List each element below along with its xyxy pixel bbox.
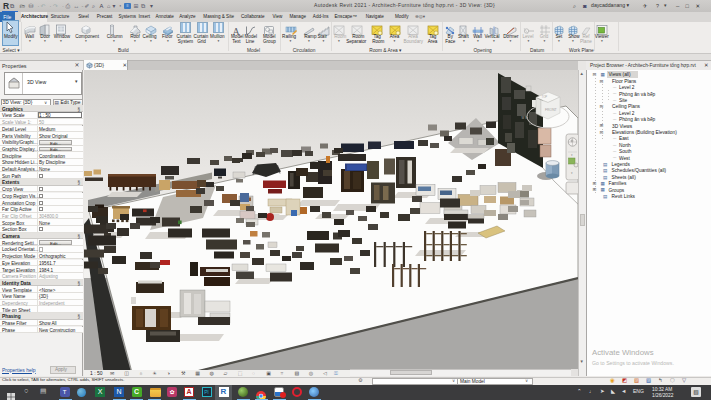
svg-text:W N: W N: [522, 116, 528, 120]
svg-text:FRONT: FRONT: [545, 108, 557, 112]
svg-text:TOP: TOP: [542, 95, 548, 99]
